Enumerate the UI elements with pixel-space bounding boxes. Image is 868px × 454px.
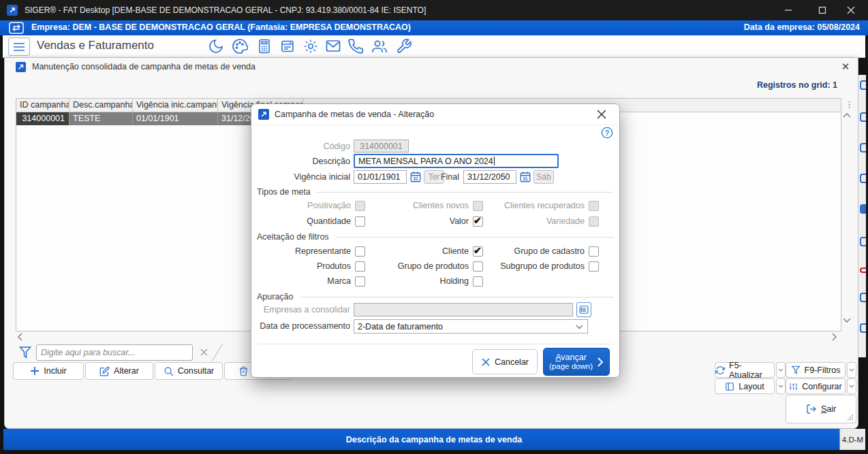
dialog-titlebar: Campanha de metas de venda - Alteração — [251, 104, 619, 125]
checkbox[interactable] — [355, 261, 365, 272]
mail-envelope-icon[interactable] — [325, 39, 341, 54]
toolbar-fragment-icon — [860, 237, 866, 246]
group-divider — [300, 297, 614, 297]
checkbox-marca[interactable]: Marca — [251, 275, 365, 287]
dialog-icon — [258, 109, 269, 120]
chevron-down-icon — [576, 325, 583, 329]
calculator-icon[interactable] — [256, 38, 273, 54]
night-mode-moon-icon[interactable] — [208, 38, 224, 54]
weekday-chip-end: Sáb — [533, 170, 554, 184]
search-tab-slash — [211, 343, 224, 362]
checkbox-produtos[interactable]: Produtos — [251, 260, 365, 272]
empresas-consolidar-field — [354, 303, 573, 317]
f5-atualizar-dropdown[interactable] — [776, 362, 786, 378]
checkbox[interactable] — [589, 261, 599, 272]
pencil-icon — [99, 366, 110, 376]
svg-text:?: ? — [605, 129, 609, 137]
layout-label: Layout — [739, 382, 764, 391]
checkbox-subgrupo-produtos[interactable]: Subgrupo de produtos — [483, 260, 599, 272]
checkbox[interactable] — [355, 276, 365, 287]
checkbox-positivacao: Positivação — [251, 199, 365, 212]
checkbox[interactable] — [473, 246, 483, 257]
checkbox[interactable] — [355, 246, 365, 257]
column-header-id[interactable]: ID campanha — [16, 99, 69, 112]
settings-gear-icon[interactable] — [303, 38, 319, 54]
empresas-consolidar-label: Empresas a consolidar — [251, 305, 350, 314]
column-header-desc[interactable]: Desc.campanha — [69, 99, 133, 112]
trash-icon — [238, 366, 249, 376]
checkbox-grupo-cadastro[interactable]: Grupo de cadastro — [483, 245, 599, 257]
scroll-left-icon[interactable] — [17, 333, 22, 341]
consultar-button[interactable]: Consultar — [155, 362, 223, 380]
vigencia-final-input[interactable]: 31/12/2050 — [463, 170, 516, 184]
scroll-up-icon[interactable] — [843, 112, 851, 118]
close-button[interactable] — [838, 0, 864, 20]
menu-hamburger-icon[interactable] — [8, 37, 30, 56]
alterar-button[interactable]: Alterar — [85, 362, 153, 380]
cell-id: 314000001 — [16, 112, 69, 125]
f5-atualizar-button[interactable]: F5-Atualizar — [715, 362, 775, 378]
checkbox-grupo-produtos[interactable]: Grupo de produtos — [365, 260, 483, 272]
theme-palette-icon[interactable] — [232, 38, 248, 54]
company-switch-icon[interactable] — [9, 22, 25, 34]
cancel-x-icon — [481, 357, 491, 367]
tipos-de-meta-legend: Tipos de meta — [257, 187, 315, 197]
avancar-button[interactable]: Avançar (page down) — [543, 348, 610, 376]
help-icon[interactable]: ? — [601, 127, 613, 139]
checkbox-representante[interactable]: Representante — [251, 245, 365, 257]
vigencia-inicial-input[interactable]: 01/01/1901 — [354, 170, 407, 184]
toolbar-fragment-icon — [860, 293, 866, 302]
checkbox-cliente[interactable]: Cliente — [365, 245, 483, 257]
f5-atualizar-label: F5-Atualizar — [729, 361, 774, 380]
plus-icon — [30, 366, 40, 376]
inner-window-close-icon[interactable]: ✕ — [839, 61, 852, 74]
checkbox[interactable] — [473, 261, 483, 272]
list-picker-button[interactable] — [576, 302, 591, 317]
calendar-icon[interactable]: 31 — [519, 171, 531, 183]
news-panel-icon[interactable] — [279, 38, 296, 54]
scroll-right-icon[interactable] — [832, 333, 837, 341]
cancelar-button[interactable]: Cancelar — [472, 349, 538, 374]
company-bar: Empresa: DEM - BASE DE DEMONSTRACAO GERA… — [0, 20, 868, 35]
checkbox[interactable] — [473, 276, 483, 287]
checkbox-valor[interactable]: Valor — [365, 215, 483, 227]
checkbox[interactable] — [355, 216, 365, 227]
calendar-icon[interactable]: 31 — [409, 171, 422, 183]
f9-filtros-dropdown[interactable] — [847, 362, 856, 378]
scroll-down-icon[interactable] — [843, 318, 851, 323]
layout-button[interactable]: Layout — [715, 378, 775, 394]
column-header-vig-inicial[interactable]: Vigência inic.campanha — [133, 99, 218, 112]
tools-icon[interactable] — [395, 38, 413, 54]
phone-icon[interactable] — [347, 38, 364, 54]
sair-button[interactable]: Sair — [786, 395, 856, 423]
module-title: Vendas e Faturamento — [37, 39, 154, 52]
descricao-input[interactable]: META MENSAL PARA O ANO 2024 — [354, 154, 559, 168]
sair-label: Sair — [821, 404, 836, 414]
maximize-button[interactable] — [809, 0, 835, 20]
checkbox-holding[interactable]: Holding — [365, 275, 483, 287]
data-processamento-select[interactable]: 2-Data de faturamento — [354, 319, 588, 334]
filter-funnel-icon[interactable] — [18, 346, 32, 359]
resize-grip[interactable] — [847, 414, 854, 421]
minimize-button[interactable] — [775, 0, 801, 20]
checkbox — [473, 201, 483, 211]
f9-filtros-button[interactable]: F9-Filtros — [786, 362, 846, 378]
app-titlebar: SIGER® - FAT Desktop [DEM-BASE DE DEMONS… — [0, 0, 868, 20]
checkbox-clientes-recuperados: Clientes recuperados — [483, 199, 599, 212]
users-icon[interactable] — [371, 39, 388, 54]
checkbox-clientes-novos: Clientes novos — [365, 199, 483, 212]
configurar-button[interactable]: Configurar — [786, 378, 846, 394]
search-input[interactable] — [36, 344, 193, 361]
incluir-button[interactable]: Incluir — [13, 362, 84, 380]
clear-search-icon[interactable] — [200, 348, 208, 357]
layout-dropdown[interactable] — [776, 378, 786, 394]
checkbox[interactable] — [589, 246, 599, 257]
checkbox-quantidade[interactable]: Quantidade — [251, 215, 365, 227]
dialog-close-icon[interactable] — [596, 109, 607, 120]
configurar-dropdown[interactable] — [847, 378, 856, 394]
checkbox[interactable] — [473, 216, 483, 227]
vigencia-inicial-label: Vigência inicial — [251, 172, 350, 182]
toolbar-fragment-icon — [860, 267, 866, 273]
grid-options-kebab-icon[interactable]: ⋮ — [845, 99, 854, 110]
sliders-icon — [789, 382, 798, 391]
